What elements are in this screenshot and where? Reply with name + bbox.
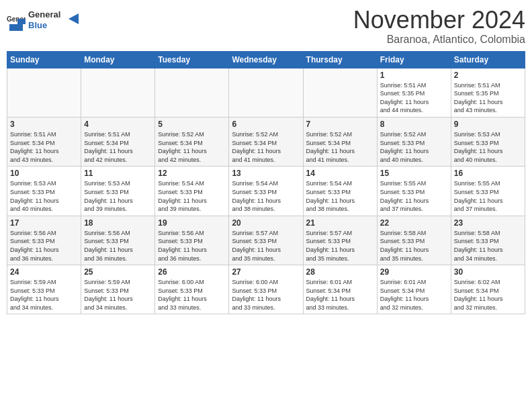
calendar-cell: 30Sunrise: 6:02 AM Sunset: 5:34 PM Dayli… [451, 265, 525, 314]
day-info: Sunrise: 5:57 AM Sunset: 5:33 PM Dayligh… [232, 229, 300, 263]
day-info: Sunrise: 5:54 AM Sunset: 5:33 PM Dayligh… [232, 179, 300, 213]
logo-text: General Blue [28, 7, 82, 37]
calendar-cell [81, 68, 155, 117]
header-sunday: Sunday [7, 51, 81, 68]
calendar-cell: 5Sunrise: 5:52 AM Sunset: 5:34 PM Daylig… [155, 117, 229, 166]
day-number: 8 [380, 120, 448, 129]
calendar-cell: 27Sunrise: 6:00 AM Sunset: 5:33 PM Dayli… [229, 265, 303, 314]
day-number: 6 [232, 120, 300, 129]
day-info: Sunrise: 5:53 AM Sunset: 5:33 PM Dayligh… [84, 179, 152, 213]
header-tuesday: Tuesday [155, 51, 229, 68]
header-monday: Monday [81, 51, 155, 68]
day-info: Sunrise: 5:52 AM Sunset: 5:33 PM Dayligh… [380, 130, 448, 164]
day-number: 17 [10, 218, 78, 228]
calendar-body: 1Sunrise: 5:51 AM Sunset: 5:35 PM Daylig… [7, 68, 525, 314]
title-block: November 2024 Baranoa, Atlantico, Colomb… [353, 7, 525, 46]
day-number: 1 [380, 71, 448, 80]
calendar-cell [7, 68, 81, 117]
calendar-cell: 24Sunrise: 5:59 AM Sunset: 5:33 PM Dayli… [7, 265, 81, 314]
calendar-cell: 18Sunrise: 5:56 AM Sunset: 5:33 PM Dayli… [81, 216, 155, 265]
calendar-cell: 2Sunrise: 5:51 AM Sunset: 5:35 PM Daylig… [451, 68, 525, 117]
calendar-cell: 12Sunrise: 5:54 AM Sunset: 5:33 PM Dayli… [155, 167, 229, 216]
day-number: 25 [84, 267, 152, 277]
day-number: 27 [232, 267, 300, 277]
day-number: 4 [84, 120, 152, 129]
day-info: Sunrise: 6:02 AM Sunset: 5:34 PM Dayligh… [454, 278, 522, 312]
day-number: 19 [158, 218, 226, 228]
calendar-cell: 9Sunrise: 5:53 AM Sunset: 5:33 PM Daylig… [451, 117, 525, 166]
day-number: 29 [380, 267, 448, 277]
calendar-cell: 20Sunrise: 5:57 AM Sunset: 5:33 PM Dayli… [229, 216, 303, 265]
day-number: 11 [84, 169, 152, 178]
day-info: Sunrise: 5:59 AM Sunset: 5:33 PM Dayligh… [10, 278, 78, 312]
svg-marker-4 [69, 13, 79, 24]
day-info: Sunrise: 5:56 AM Sunset: 5:33 PM Dayligh… [10, 229, 78, 263]
day-info: Sunrise: 5:55 AM Sunset: 5:33 PM Dayligh… [454, 179, 522, 213]
day-info: Sunrise: 5:56 AM Sunset: 5:33 PM Dayligh… [158, 229, 226, 263]
day-number: 9 [454, 120, 522, 129]
day-info: Sunrise: 5:52 AM Sunset: 5:34 PM Dayligh… [232, 130, 300, 164]
day-number: 23 [454, 218, 522, 228]
calendar-cell: 19Sunrise: 5:56 AM Sunset: 5:33 PM Dayli… [155, 216, 229, 265]
calendar: Sunday Monday Tuesday Wednesday Thursday… [7, 51, 525, 315]
calendar-week-row: 10Sunrise: 5:53 AM Sunset: 5:33 PM Dayli… [7, 167, 525, 216]
subtitle: Baranoa, Atlantico, Colombia [353, 34, 525, 46]
calendar-cell [303, 68, 377, 117]
day-number: 5 [158, 120, 226, 129]
calendar-cell: 21Sunrise: 5:57 AM Sunset: 5:33 PM Dayli… [303, 216, 377, 265]
calendar-cell: 17Sunrise: 5:56 AM Sunset: 5:33 PM Dayli… [7, 216, 81, 265]
calendar-cell: 3Sunrise: 5:51 AM Sunset: 5:34 PM Daylig… [7, 117, 81, 166]
calendar-cell: 15Sunrise: 5:55 AM Sunset: 5:33 PM Dayli… [377, 167, 451, 216]
calendar-cell: 29Sunrise: 6:01 AM Sunset: 5:34 PM Dayli… [377, 265, 451, 314]
calendar-cell: 28Sunrise: 6:01 AM Sunset: 5:34 PM Dayli… [303, 265, 377, 314]
logo-icon: General [7, 12, 26, 31]
header-thursday: Thursday [303, 51, 377, 68]
header: General General Blue November 2024 Baran… [7, 7, 525, 46]
day-number: 24 [10, 267, 78, 277]
day-info: Sunrise: 6:01 AM Sunset: 5:34 PM Dayligh… [380, 278, 448, 312]
calendar-cell [155, 68, 229, 117]
calendar-cell [229, 68, 303, 117]
calendar-week-row: 17Sunrise: 5:56 AM Sunset: 5:33 PM Dayli… [7, 216, 525, 265]
page: General General Blue November 2024 Baran… [0, 0, 532, 411]
calendar-cell: 13Sunrise: 5:54 AM Sunset: 5:33 PM Dayli… [229, 167, 303, 216]
day-info: Sunrise: 6:01 AM Sunset: 5:34 PM Dayligh… [306, 278, 374, 312]
month-title: November 2024 [353, 7, 525, 34]
calendar-week-row: 1Sunrise: 5:51 AM Sunset: 5:35 PM Daylig… [7, 68, 525, 117]
weekday-header-row: Sunday Monday Tuesday Wednesday Thursday… [7, 51, 525, 68]
day-info: Sunrise: 5:57 AM Sunset: 5:33 PM Dayligh… [306, 229, 374, 263]
day-info: Sunrise: 6:00 AM Sunset: 5:33 PM Dayligh… [232, 278, 300, 312]
calendar-week-row: 3Sunrise: 5:51 AM Sunset: 5:34 PM Daylig… [7, 117, 525, 166]
day-number: 18 [84, 218, 152, 228]
day-info: Sunrise: 5:53 AM Sunset: 5:33 PM Dayligh… [10, 179, 78, 213]
calendar-cell: 10Sunrise: 5:53 AM Sunset: 5:33 PM Dayli… [7, 167, 81, 216]
calendar-cell: 22Sunrise: 5:58 AM Sunset: 5:33 PM Dayli… [377, 216, 451, 265]
day-number: 16 [454, 169, 522, 178]
calendar-cell: 14Sunrise: 5:54 AM Sunset: 5:33 PM Dayli… [303, 167, 377, 216]
calendar-cell: 25Sunrise: 5:59 AM Sunset: 5:33 PM Dayli… [81, 265, 155, 314]
day-number: 13 [232, 169, 300, 178]
day-number: 20 [232, 218, 300, 228]
day-info: Sunrise: 5:51 AM Sunset: 5:34 PM Dayligh… [84, 130, 152, 164]
day-number: 12 [158, 169, 226, 178]
day-info: Sunrise: 5:51 AM Sunset: 5:35 PM Dayligh… [380, 81, 448, 115]
calendar-cell: 7Sunrise: 5:52 AM Sunset: 5:34 PM Daylig… [303, 117, 377, 166]
day-number: 26 [158, 267, 226, 277]
header-friday: Friday [377, 51, 451, 68]
day-number: 21 [306, 218, 374, 228]
calendar-week-row: 24Sunrise: 5:59 AM Sunset: 5:33 PM Dayli… [7, 265, 525, 314]
day-number: 14 [306, 169, 374, 178]
day-info: Sunrise: 5:52 AM Sunset: 5:34 PM Dayligh… [306, 130, 374, 164]
day-number: 10 [10, 169, 78, 178]
calendar-cell: 11Sunrise: 5:53 AM Sunset: 5:33 PM Dayli… [81, 167, 155, 216]
day-info: Sunrise: 5:54 AM Sunset: 5:33 PM Dayligh… [158, 179, 226, 213]
calendar-cell: 4Sunrise: 5:51 AM Sunset: 5:34 PM Daylig… [81, 117, 155, 166]
day-number: 30 [454, 267, 522, 277]
calendar-cell: 6Sunrise: 5:52 AM Sunset: 5:34 PM Daylig… [229, 117, 303, 166]
day-number: 22 [380, 218, 448, 228]
calendar-cell: 16Sunrise: 5:55 AM Sunset: 5:33 PM Dayli… [451, 167, 525, 216]
day-info: Sunrise: 5:52 AM Sunset: 5:34 PM Dayligh… [158, 130, 226, 164]
svg-text:General: General [28, 9, 60, 19]
day-number: 28 [306, 267, 374, 277]
day-info: Sunrise: 5:51 AM Sunset: 5:34 PM Dayligh… [10, 130, 78, 164]
